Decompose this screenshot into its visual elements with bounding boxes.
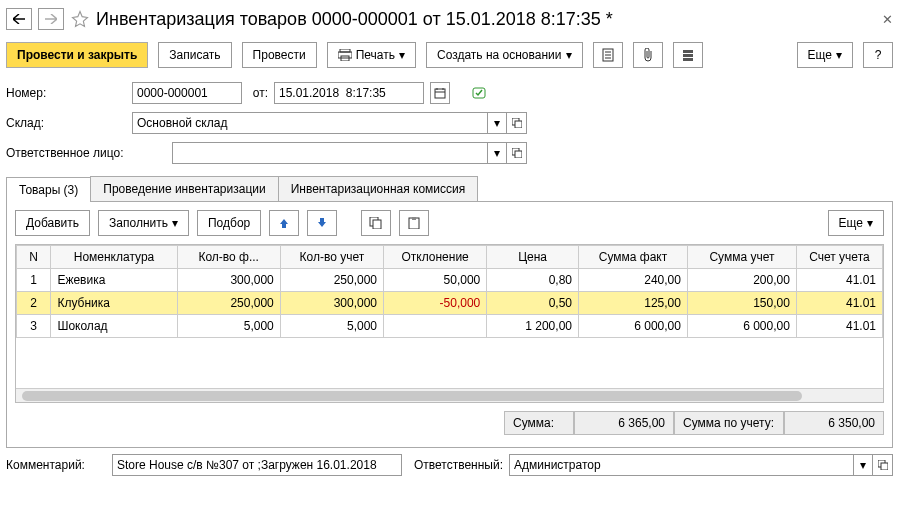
calendar-button[interactable] bbox=[430, 82, 450, 104]
cell-n[interactable]: 1 bbox=[17, 269, 51, 292]
col-sum-fact[interactable]: Сумма факт bbox=[578, 246, 687, 269]
tab-goods[interactable]: Товары (3) bbox=[6, 177, 91, 202]
cell-dev[interactable]: -50,000 bbox=[384, 292, 487, 315]
cell-acc[interactable]: 41.01 bbox=[796, 315, 882, 338]
col-sum-acc[interactable]: Сумма учет bbox=[687, 246, 796, 269]
cell-qa[interactable]: 300,000 bbox=[280, 292, 383, 315]
more-button[interactable]: Еще ▾ bbox=[797, 42, 853, 68]
warehouse-field[interactable] bbox=[132, 112, 487, 134]
cell-nomen[interactable]: Ежевика bbox=[51, 269, 177, 292]
paste-button[interactable] bbox=[399, 210, 429, 236]
goods-table[interactable]: N Номенклатура Кол-во ф... Кол-во учет О… bbox=[16, 245, 883, 338]
post-button[interactable]: Провести bbox=[242, 42, 317, 68]
col-qty-acc[interactable]: Кол-во учет bbox=[280, 246, 383, 269]
table-row[interactable]: 1Ежевика300,000250,00050,0000,80240,0020… bbox=[17, 269, 883, 292]
number-label: Номер: bbox=[6, 86, 126, 100]
cell-sf[interactable]: 6 000,00 bbox=[578, 315, 687, 338]
chevron-down-icon: ▾ bbox=[399, 48, 405, 62]
chevron-down-icon: ▾ bbox=[867, 216, 873, 230]
cell-dev[interactable]: 50,000 bbox=[384, 269, 487, 292]
total-sum-value: 6 365,00 bbox=[574, 411, 674, 435]
create-based-label: Создать на основании bbox=[437, 48, 562, 62]
grid-more-button[interactable]: Еще ▾ bbox=[828, 210, 884, 236]
cell-acc[interactable]: 41.01 bbox=[796, 292, 882, 315]
cell-price[interactable]: 0,80 bbox=[487, 269, 579, 292]
grid-more-label: Еще bbox=[839, 216, 863, 230]
close-button[interactable]: ✕ bbox=[882, 12, 893, 27]
paperclip-icon bbox=[642, 48, 654, 62]
move-down-button[interactable] bbox=[307, 210, 337, 236]
warehouse-dropdown-button[interactable]: ▾ bbox=[487, 112, 507, 134]
svg-rect-1 bbox=[338, 52, 352, 58]
col-qty-fact[interactable]: Кол-во ф... bbox=[177, 246, 280, 269]
col-price[interactable]: Цена bbox=[487, 246, 579, 269]
horizontal-scrollbar[interactable] bbox=[16, 388, 883, 402]
comment-field[interactable] bbox=[112, 454, 402, 476]
cell-qf[interactable]: 300,000 bbox=[177, 269, 280, 292]
svg-rect-8 bbox=[683, 54, 693, 57]
tab-commission[interactable]: Инвентаризационная комиссия bbox=[278, 176, 479, 201]
bottom-responsible-open-button[interactable] bbox=[873, 454, 893, 476]
window-title: Инвентаризация товаров 0000-000001 от 15… bbox=[96, 9, 613, 30]
attach-button[interactable] bbox=[633, 42, 663, 68]
responsible-field[interactable] bbox=[172, 142, 487, 164]
col-nomen[interactable]: Номенклатура bbox=[51, 246, 177, 269]
move-up-button[interactable] bbox=[269, 210, 299, 236]
warehouse-open-button[interactable] bbox=[507, 112, 527, 134]
col-deviation[interactable]: Отклонение bbox=[384, 246, 487, 269]
cell-qa[interactable]: 250,000 bbox=[280, 269, 383, 292]
more-label: Еще bbox=[808, 48, 832, 62]
cell-sf[interactable]: 125,00 bbox=[578, 292, 687, 315]
post-and-close-button[interactable]: Провести и закрыть bbox=[6, 42, 148, 68]
favorite-star-icon[interactable] bbox=[70, 9, 90, 29]
arrow-up-icon bbox=[278, 217, 290, 229]
svg-rect-10 bbox=[435, 89, 445, 98]
cell-nomen[interactable]: Клубника bbox=[51, 292, 177, 315]
responsible-label: Ответственное лицо: bbox=[6, 146, 166, 160]
document-icon bbox=[601, 48, 615, 62]
tab-conduct[interactable]: Проведение инвентаризации bbox=[90, 176, 278, 201]
add-row-button[interactable]: Добавить bbox=[15, 210, 90, 236]
print-button[interactable]: Печать ▾ bbox=[327, 42, 416, 68]
cell-sa[interactable]: 200,00 bbox=[687, 269, 796, 292]
fill-button[interactable]: Заполнить ▾ bbox=[98, 210, 189, 236]
table-row[interactable]: 2Клубника250,000300,000-50,0000,50125,00… bbox=[17, 292, 883, 315]
svg-rect-9 bbox=[683, 58, 693, 61]
cell-n[interactable]: 2 bbox=[17, 292, 51, 315]
cell-qf[interactable]: 5,000 bbox=[177, 315, 280, 338]
cell-qf[interactable]: 250,000 bbox=[177, 292, 280, 315]
svg-rect-7 bbox=[683, 50, 693, 53]
bottom-responsible-dropdown-button[interactable]: ▾ bbox=[853, 454, 873, 476]
cell-dev[interactable] bbox=[384, 315, 487, 338]
nav-forward-button[interactable] bbox=[38, 8, 64, 30]
cell-qa[interactable]: 5,000 bbox=[280, 315, 383, 338]
chevron-down-icon: ▾ bbox=[566, 48, 572, 62]
cell-n[interactable]: 3 bbox=[17, 315, 51, 338]
responsible-open-button[interactable] bbox=[507, 142, 527, 164]
cell-sf[interactable]: 240,00 bbox=[578, 269, 687, 292]
cell-acc[interactable]: 41.01 bbox=[796, 269, 882, 292]
save-button[interactable]: Записать bbox=[158, 42, 231, 68]
copy-button[interactable] bbox=[361, 210, 391, 236]
bottom-responsible-field[interactable] bbox=[509, 454, 853, 476]
help-button[interactable]: ? bbox=[863, 42, 893, 68]
col-n[interactable]: N bbox=[17, 246, 51, 269]
cell-price[interactable]: 0,50 bbox=[487, 292, 579, 315]
date-field[interactable] bbox=[274, 82, 424, 104]
nav-back-button[interactable] bbox=[6, 8, 32, 30]
create-based-button[interactable]: Создать на основании ▾ bbox=[426, 42, 583, 68]
cell-price[interactable]: 1 200,00 bbox=[487, 315, 579, 338]
report-button[interactable] bbox=[593, 42, 623, 68]
responsible-dropdown-button[interactable]: ▾ bbox=[487, 142, 507, 164]
col-account[interactable]: Счет учета bbox=[796, 246, 882, 269]
total-sum-acc-value: 6 350,00 bbox=[784, 411, 884, 435]
cell-sa[interactable]: 6 000,00 bbox=[687, 315, 796, 338]
pick-button[interactable]: Подбор bbox=[197, 210, 261, 236]
number-field[interactable] bbox=[132, 82, 242, 104]
fill-label: Заполнить bbox=[109, 216, 168, 230]
table-row[interactable]: 3Шоколад5,0005,0001 200,006 000,006 000,… bbox=[17, 315, 883, 338]
list-button[interactable] bbox=[673, 42, 703, 68]
cell-sa[interactable]: 150,00 bbox=[687, 292, 796, 315]
printer-icon bbox=[338, 49, 352, 61]
cell-nomen[interactable]: Шоколад bbox=[51, 315, 177, 338]
